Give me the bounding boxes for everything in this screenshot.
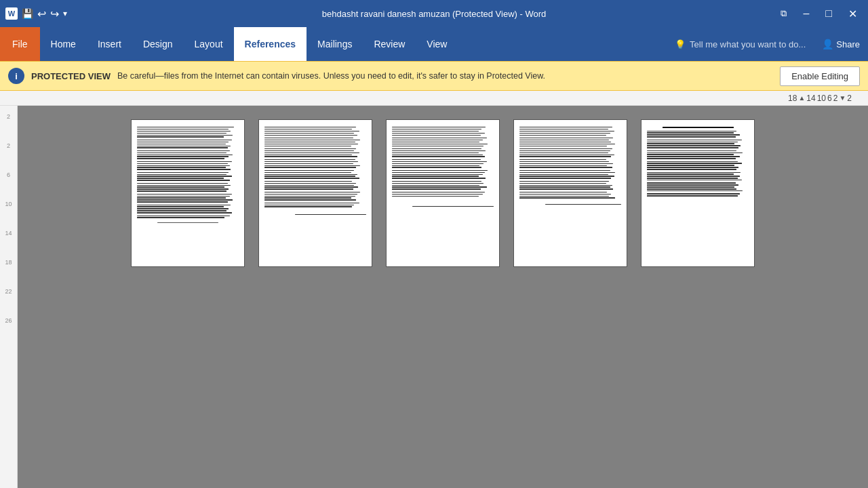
nav-num-18: 18 [788, 94, 797, 103]
search-placeholder: Tell me what you want to do... [690, 39, 806, 49]
title-bar: W 💾 ↩ ↪ ▾ behdasht ravani danesh amuzan … [0, 0, 868, 27]
title-bar-left: W 💾 ↩ ↪ ▾ [5, 7, 67, 20]
word-icon: W [5, 7, 18, 20]
nav-num-6: 6 [827, 94, 832, 103]
info-icon: i [8, 68, 24, 84]
page-3-footer-text [392, 206, 494, 207]
person-icon: 👤 [822, 39, 833, 49]
close-button[interactable]: ✕ [843, 0, 863, 27]
share-button[interactable]: 👤 Share [814, 27, 868, 61]
tab-home[interactable]: Home [40, 27, 87, 61]
page-2-footer-text [264, 214, 366, 215]
ruler-v-10: 10 [5, 201, 12, 207]
page-4 [513, 119, 627, 267]
nav-num-14: 14 [806, 94, 815, 103]
enable-editing-button[interactable]: Enable Editing [780, 66, 860, 86]
tab-view[interactable]: View [416, 27, 458, 61]
ruler-v-2a: 2 [7, 114, 10, 120]
tab-insert[interactable]: Insert [87, 27, 132, 61]
nav-num-2: 2 [833, 94, 838, 103]
redo-button[interactable]: ↪ [50, 7, 59, 20]
protected-view-bar: i PROTECTED VIEW Be careful—files from t… [0, 61, 868, 91]
window-title: behdasht ravani danesh amuzan (Protected… [322, 9, 546, 19]
ruler-v-2b: 2 [7, 143, 10, 149]
tab-mailings[interactable]: Mailings [307, 27, 363, 61]
undo-button[interactable]: ↩ [37, 7, 46, 20]
tab-review[interactable]: Review [363, 27, 416, 61]
nav-prev-arrow[interactable]: ▲ [798, 94, 805, 102]
ruler-v-18: 18 [5, 260, 12, 266]
save-button[interactable]: 💾 [22, 8, 33, 19]
vertical-ruler: 2 2 6 10 14 18 22 26 [0, 106, 18, 488]
page-2-content [264, 127, 366, 215]
page-3-content [392, 127, 494, 207]
page-navigation: 18 ▲ 14 10 6 2 ▼ 2 [788, 94, 852, 103]
ruler-v-6: 6 [7, 172, 10, 178]
nav-num-10: 10 [817, 94, 826, 103]
page-3 [386, 119, 500, 267]
navigation-bar: 18 ▲ 14 10 6 2 ▼ 2 [0, 91, 868, 106]
page-4-footer-text [519, 204, 621, 205]
page-5-content [647, 127, 749, 197]
ribbon: File Home Insert Design Layout Reference… [0, 27, 868, 61]
page-1-content [137, 127, 239, 223]
tab-references[interactable]: References [234, 27, 307, 61]
tab-layout[interactable]: Layout [184, 27, 234, 61]
tab-file[interactable]: File [0, 27, 40, 61]
document-canvas [18, 106, 868, 488]
main-area: 2 2 6 10 14 18 22 26 [0, 106, 868, 488]
page-row [131, 119, 755, 267]
lightbulb-icon: 💡 [675, 39, 686, 49]
page-5 [641, 119, 755, 267]
maximize-button[interactable]: □ [820, 0, 837, 27]
page-1 [131, 119, 245, 267]
page-2 [258, 119, 372, 267]
window-controls: ⧉ – □ ✕ [781, 0, 863, 27]
protected-message: Be careful—files from the Internet can c… [117, 71, 773, 81]
dropdown-arrow[interactable]: ▾ [63, 9, 67, 18]
restore-icon[interactable]: ⧉ [781, 8, 787, 19]
ruler-v-14: 14 [5, 230, 12, 237]
protected-label: PROTECTED VIEW [31, 71, 111, 81]
page-4-content [519, 127, 621, 205]
nav-num-2b: 2 [847, 94, 852, 103]
page-1-footer [137, 222, 239, 223]
ribbon-search[interactable]: 💡 Tell me what you want to do... [675, 27, 814, 61]
save-icon: W [8, 9, 15, 18]
minimize-button[interactable]: – [797, 0, 814, 27]
ruler-v-22: 22 [5, 289, 12, 295]
ruler-v-26: 26 [5, 318, 12, 324]
nav-next-arrow[interactable]: ▼ [839, 94, 846, 102]
tab-design[interactable]: Design [132, 27, 184, 61]
